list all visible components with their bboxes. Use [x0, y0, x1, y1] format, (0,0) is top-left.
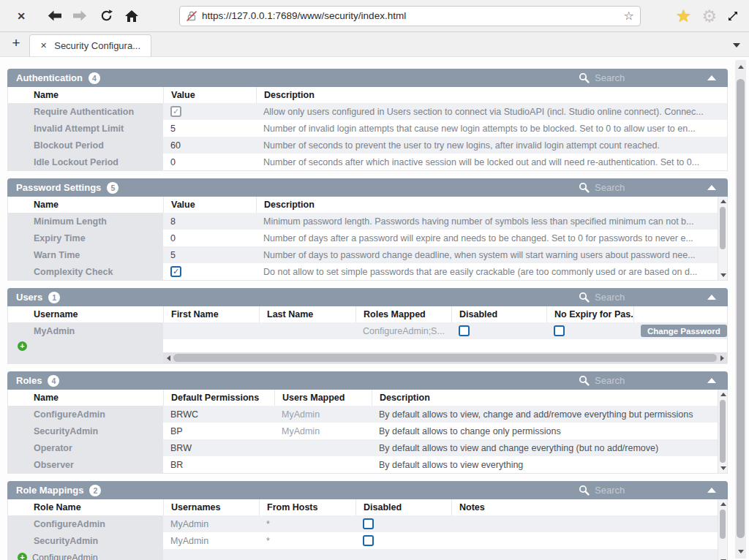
scroll-up-icon[interactable] — [718, 499, 728, 509]
page-scrollbar[interactable] — [735, 60, 746, 559]
collapse-icon[interactable] — [707, 185, 716, 190]
tab-list-dropdown-icon[interactable] — [733, 43, 740, 48]
default-permissions[interactable]: BR — [163, 456, 274, 473]
tab-close-icon[interactable]: ✕ — [40, 41, 47, 50]
setting-value[interactable]: 0 — [163, 230, 256, 246]
fullscreen-icon[interactable] — [727, 10, 739, 22]
back-icon[interactable] — [45, 10, 64, 21]
scrollbar-thumb[interactable] — [173, 354, 717, 362]
role-description: By default allows to change only permiss… — [372, 423, 727, 439]
scrollbar-thumb[interactable] — [737, 79, 745, 538]
collapse-icon[interactable] — [707, 378, 716, 383]
default-permissions[interactable]: BP — [163, 423, 274, 439]
url-input[interactable] — [202, 10, 624, 21]
password-settings-section-header[interactable]: Password Settings 5 — [7, 178, 728, 197]
add-icon[interactable]: + — [18, 341, 27, 351]
url-bar[interactable]: ☆ — [179, 6, 641, 26]
scroll-left-icon[interactable] — [163, 352, 173, 363]
forward-icon[interactable] — [70, 10, 89, 21]
add-icon[interactable]: + — [18, 553, 27, 560]
change-password-button[interactable]: Change Password — [641, 325, 727, 337]
table-row: Complexity Check Do not allow to set sim… — [8, 263, 727, 280]
reload-arrow-icon — [100, 10, 113, 22]
role-mappings-section: Role Mappings 2 Role Name Usernames From… — [7, 481, 728, 560]
reload-icon[interactable] — [97, 10, 116, 22]
last-name[interactable] — [259, 322, 355, 339]
from-hosts[interactable]: * — [259, 515, 355, 532]
setting-value[interactable]: 5 — [163, 246, 256, 263]
scroll-down-icon[interactable] — [735, 546, 746, 557]
table-row: Invalid Attempt Limit 5 Number of invali… — [8, 120, 727, 137]
collapse-icon[interactable] — [707, 488, 716, 493]
from-hosts[interactable]: * — [259, 532, 355, 549]
insecure-lock-icon — [186, 10, 197, 22]
search-input[interactable] — [595, 72, 679, 83]
first-name[interactable] — [163, 322, 259, 339]
default-permissions[interactable]: BRWC — [163, 406, 274, 423]
setting-value[interactable]: 0 — [163, 154, 256, 170]
column-header: Notes — [451, 499, 727, 515]
column-header: From Hosts — [259, 499, 355, 515]
users-section-header[interactable]: Users 1 — [7, 288, 728, 306]
notes[interactable] — [451, 532, 727, 549]
setting-value[interactable]: 60 — [163, 137, 256, 154]
search-box[interactable] — [579, 182, 688, 193]
role-mappings-section-header[interactable]: Role Mappings 2 — [7, 481, 728, 499]
scroll-down-icon[interactable] — [718, 463, 728, 473]
search-box[interactable] — [579, 72, 688, 83]
table-header-row: Username First Name Last Name Roles Mapp… — [8, 306, 727, 322]
new-tab-button[interactable]: + — [7, 35, 25, 51]
scroll-up-icon[interactable] — [718, 197, 728, 206]
table-row: MyAdmin ConfigureAdmin;S... Change Passw… — [8, 322, 727, 339]
add-user-row[interactable]: + — [8, 339, 727, 352]
section-scrollbar[interactable] — [718, 197, 727, 280]
section-scrollbar[interactable] — [718, 390, 727, 473]
checkbox-unchecked[interactable] — [554, 325, 565, 336]
scrollbar-thumb[interactable] — [720, 510, 726, 539]
home-icon[interactable] — [122, 10, 141, 22]
settings-gear-icon[interactable]: ⚙ — [701, 7, 717, 26]
role-name: Observer — [8, 456, 163, 473]
setting-value[interactable]: 5 — [163, 120, 256, 137]
window-close-icon[interactable]: ✕ — [13, 10, 29, 22]
checkbox-checked[interactable] — [170, 266, 181, 277]
scroll-down-icon[interactable] — [718, 556, 728, 560]
search-input[interactable] — [595, 292, 679, 303]
checkbox-unchecked[interactable] — [459, 325, 470, 336]
tab-security-configuration[interactable]: ✕ Security Configura... — [29, 34, 151, 56]
table-row: SecurityAdmin BP MyAdmin By default allo… — [8, 423, 727, 439]
scrollbar-thumb[interactable] — [720, 207, 726, 249]
scroll-up-icon[interactable] — [718, 390, 728, 399]
checkbox-unchecked[interactable] — [363, 518, 374, 529]
search-input[interactable] — [595, 182, 679, 193]
usernames[interactable]: MyAdmin — [163, 515, 259, 532]
bookmark-star-icon[interactable]: ★ — [676, 6, 692, 26]
checkbox-checked[interactable] — [170, 106, 181, 117]
new-mapping-role-value[interactable]: ConfigureAdmin — [32, 553, 98, 560]
search-box[interactable] — [579, 485, 688, 496]
default-permissions[interactable]: BRW — [163, 439, 274, 456]
role-description: By default allows to view, change and ad… — [372, 406, 727, 423]
notes[interactable] — [451, 515, 727, 532]
scroll-up-icon[interactable] — [735, 61, 746, 72]
horizontal-scrollbar[interactable] — [163, 352, 727, 363]
roles-mapped[interactable]: ConfigureAdmin;S... — [355, 322, 451, 339]
authentication-section-header[interactable]: Authentication 4 — [7, 69, 728, 87]
setting-value[interactable]: 8 — [163, 213, 256, 230]
roles-section-header[interactable]: Roles 4 — [7, 371, 728, 390]
collapse-icon[interactable] — [707, 75, 716, 80]
scrollbar-thumb[interactable] — [720, 400, 726, 463]
scroll-right-icon[interactable] — [717, 352, 727, 363]
search-box[interactable] — [579, 375, 688, 386]
add-mapping-row[interactable]: + ConfigureAdmin — [8, 549, 727, 560]
checkbox-unchecked[interactable] — [363, 535, 374, 546]
usernames[interactable]: MyAdmin — [163, 532, 259, 549]
scroll-down-icon[interactable] — [718, 270, 728, 280]
section-scrollbar[interactable] — [718, 499, 727, 560]
collapse-icon[interactable] — [707, 295, 716, 300]
table-row: SecurityAdmin MyAdmin * — [8, 532, 727, 549]
search-box[interactable] — [579, 292, 688, 303]
search-input[interactable] — [595, 375, 679, 386]
bookmark-outline-icon[interactable]: ☆ — [624, 9, 634, 23]
search-input[interactable] — [595, 485, 679, 496]
